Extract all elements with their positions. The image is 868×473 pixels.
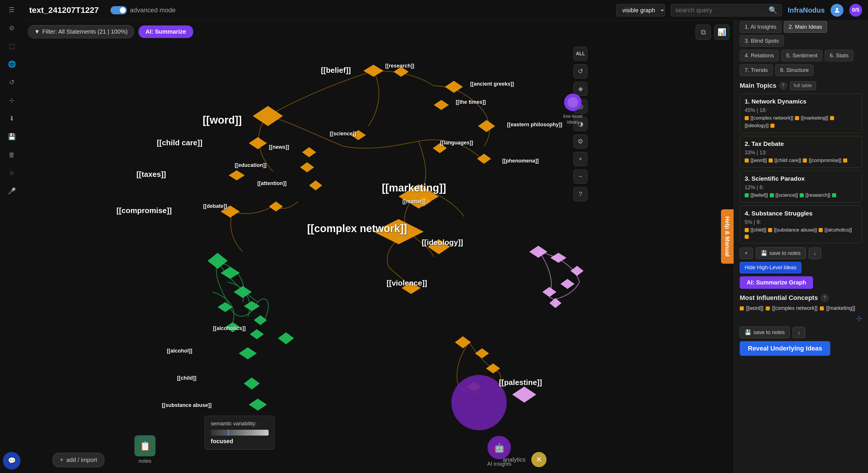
sem-var-marker	[228, 430, 229, 436]
concept-dot	[740, 306, 744, 311]
save-to-notes-button[interactable]: 💾 save to notes	[756, 247, 806, 259]
menu-icon[interactable]: ☰	[5, 3, 18, 17]
chat-icon[interactable]: 💬	[3, 452, 21, 470]
mic-icon[interactable]: 🎤	[5, 185, 18, 198]
svg-marker-3	[394, 67, 409, 77]
tag-dot	[795, 116, 799, 120]
share-concepts-icon[interactable]: ⊹	[856, 314, 862, 322]
avatar-main[interactable]	[831, 4, 843, 17]
svg-marker-24	[234, 286, 252, 298]
topic-1-meta: 45% | 18:	[745, 107, 857, 113]
down-arrow-bottom-button[interactable]: ↓	[793, 327, 805, 338]
low-level-circle-btn[interactable]	[564, 93, 582, 111]
tab-relations[interactable]: 4. Relations	[740, 50, 779, 61]
topic-card-4[interactable]: 4. Substance Struggles 5% | 9: [[child]]…	[740, 206, 862, 243]
tab-trends[interactable]: 7. Trends	[740, 64, 773, 76]
filter-chevron-icon: ▼	[34, 28, 40, 35]
topbar: text_241207T1227 advanced mode visible g…	[23, 0, 868, 21]
add-topic-button[interactable]: +	[740, 247, 753, 259]
concept-complex-network: [[complex network]]	[772, 305, 817, 311]
concept-dot	[766, 306, 770, 311]
svg-marker-4	[445, 81, 463, 93]
refresh-icon[interactable]: ↺	[5, 76, 18, 89]
settings-icon[interactable]: ⚙	[574, 135, 587, 148]
topic-card-2[interactable]: 2. Tax Debate 33% | 13: [[word]] [[child…	[740, 136, 862, 168]
concept-list: [[word]] [[complex network]] [[marketing…	[740, 305, 862, 311]
svg-marker-33	[225, 322, 240, 332]
advanced-mode-toggle[interactable]	[111, 6, 127, 14]
slash-icon[interactable]: ⊘	[5, 22, 18, 34]
left-sidebar: ☰ ⊘ ⬚ 🌐 ↺ ⊹ ⬇ 💾 🗑 ☆ 🎤 💬	[0, 0, 23, 473]
save-icon[interactable]: 💾	[5, 130, 18, 143]
tab-ai-insights[interactable]: 1. AI Insights	[740, 21, 781, 33]
svg-marker-26	[254, 315, 267, 325]
topic-1-tags: [[complex network]] [[marketing]] [[ideo…	[745, 115, 857, 129]
graph-selector[interactable]: visible graph	[616, 4, 665, 17]
all-button[interactable]: ALL	[574, 47, 587, 61]
svg-marker-9	[433, 143, 447, 153]
share-icon[interactable]: ⊹	[5, 94, 18, 107]
down-arrow-button[interactable]: ↓	[809, 247, 821, 259]
download-icon[interactable]: ⬇	[5, 112, 18, 125]
avatar-secondary[interactable]: 0/5	[849, 4, 862, 17]
topic-card-1[interactable]: 1. Network Dynamics 45% | 18: [[complex …	[740, 93, 862, 133]
svg-marker-10	[477, 154, 491, 164]
concept-word: [[word]]	[746, 305, 763, 311]
minus-icon[interactable]: −	[574, 170, 587, 184]
svg-marker-42	[475, 348, 489, 358]
globe-icon[interactable]: 🌐	[5, 58, 18, 71]
tag-dot	[830, 116, 834, 120]
topic-2-tags: [[word]] [[child care]] [[compromise]]	[745, 157, 857, 164]
selection-icon[interactable]: ⬚	[5, 40, 18, 53]
add-import-button[interactable]: + add / import	[53, 453, 104, 467]
filter-button[interactable]: ▼ Filter: All Statements (21 | 100%)	[28, 25, 134, 38]
advanced-mode-label: advanced mode	[130, 6, 176, 14]
concepts-help-icon[interactable]: ?	[821, 294, 829, 302]
tag-child: [[child]]	[750, 227, 766, 233]
tab-sentiment[interactable]: 5. Sentiment	[781, 50, 823, 61]
svg-marker-41	[455, 336, 471, 348]
tab-main-ideas[interactable]: 2. Main Ideas	[784, 21, 827, 33]
tag-compromise: [[compromise]]	[809, 157, 841, 164]
tag-dot	[745, 116, 749, 120]
main-topics-help-icon[interactable]: ?	[779, 82, 787, 89]
topic-4-title: 4. Substance Struggles	[745, 210, 857, 217]
main-topics-title: Main Topics	[740, 82, 777, 89]
add-icon: +	[60, 456, 63, 463]
svg-marker-36	[570, 266, 584, 276]
tab-structure[interactable]: 8. Structure	[775, 64, 814, 76]
star-icon[interactable]: ☆	[5, 167, 18, 179]
svg-point-45	[451, 375, 506, 430]
svg-marker-40	[512, 386, 536, 403]
svg-marker-19	[373, 219, 424, 244]
analytics-bar: analytics ✕	[503, 452, 547, 467]
reset-view-icon[interactable]: ↺	[574, 64, 587, 78]
tab-blind-spots[interactable]: 3. Blind Spots	[740, 35, 784, 47]
trash-icon[interactable]: 🗑	[5, 148, 18, 161]
tag-dot	[745, 228, 749, 232]
search-input[interactable]	[675, 6, 766, 14]
question-icon[interactable]: ?	[574, 187, 587, 201]
bottom-panel-actions: 💾 save to notes ↓ Reveal Underlying Idea…	[740, 327, 862, 356]
hide-high-level-button[interactable]: Hide High-Level Ideas	[740, 262, 801, 273]
reveal-underlying-ideas-button[interactable]: Reveal Underlying Ideas	[740, 341, 830, 356]
svg-marker-22	[208, 253, 228, 269]
topic-card-3[interactable]: 3. Scientific Paradox 12% | 6: [[belief]…	[740, 171, 862, 203]
topic-2-meta: 33% | 13:	[745, 150, 857, 156]
full-table-button[interactable]: full table	[790, 81, 816, 90]
ai-summarize-graph-button[interactable]: AI: Summarize Graph	[740, 276, 813, 289]
tab-row-2: 4. Relations 5. Sentiment 6. Stats	[740, 50, 862, 61]
help-panel[interactable]: Help & Manual	[721, 209, 734, 264]
analytics-close-button[interactable]: ✕	[531, 452, 547, 467]
notes-button[interactable]: 📋	[134, 435, 155, 456]
plus-icon[interactable]: +	[574, 152, 587, 166]
save-notes-bottom-button[interactable]: 💾 save to notes	[740, 327, 790, 338]
low-level-toggle[interactable]: low-level ideas	[561, 93, 585, 125]
topic-1-title: 1. Network Dynamics	[745, 98, 857, 105]
tab-row-3: 7. Trends 8. Structure	[740, 64, 862, 76]
svg-marker-14	[228, 171, 245, 180]
svg-marker-37	[561, 279, 575, 289]
tab-stats[interactable]: 6. Stats	[825, 50, 854, 61]
topic-3-meta: 12% | 6:	[745, 184, 857, 190]
ai-summarize-button[interactable]: AI: Summarize	[138, 25, 193, 38]
